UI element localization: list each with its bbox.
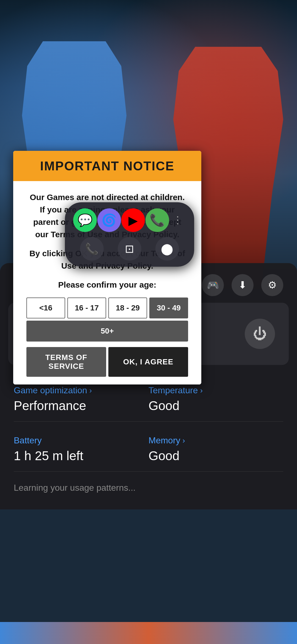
settings-icon[interactable]: ⚙ xyxy=(261,274,283,296)
age-btn-under16[interactable]: <16 xyxy=(26,298,65,318)
whatsapp-icon[interactable]: 💬 xyxy=(73,208,97,232)
download-icon[interactable]: ⬇ xyxy=(232,274,254,296)
memory-value: Good xyxy=(148,448,283,463)
notice-paragraph-3: Please confirm your age: xyxy=(26,279,188,291)
age-selection-row: <16 16 - 17 18 - 29 30 - 49 50+ xyxy=(26,298,188,342)
messenger-icon[interactable]: 🌀 xyxy=(97,208,121,232)
dock-top-row: 💬 🌀 ▶ 📞 ⋮ xyxy=(73,208,186,232)
screenshot-action-icon[interactable]: ⊡ xyxy=(118,237,141,261)
phone-app-icon[interactable]: 📞 xyxy=(145,208,169,232)
battery-label-row: Battery xyxy=(14,435,148,446)
more-apps-button[interactable]: ⋮ xyxy=(169,208,186,232)
learning-text: Learning your usage patterns... xyxy=(0,472,297,498)
battery-label: Battery xyxy=(14,435,42,446)
temperature-label: Temperature xyxy=(148,385,198,395)
game-optimization-label: Game optimization xyxy=(14,385,87,395)
app-dock: 💬 🌀 ▶ 📞 ⋮ 📞 ⊡ ⬤ xyxy=(65,202,194,267)
memory-chevron-icon: › xyxy=(183,436,185,445)
dock-bottom-row: 📞 ⊡ ⬤ xyxy=(73,237,186,261)
age-btn-18-29[interactable]: 18 - 29 xyxy=(108,298,147,318)
important-notice-modal: IMPORTANT NOTICE Our Games are not direc… xyxy=(13,151,201,384)
stats-grid-2: Battery 1 h 25 m left Memory › Good xyxy=(0,422,297,471)
youtube-icon[interactable]: ▶ xyxy=(121,208,145,232)
notice-title: IMPORTANT NOTICE xyxy=(24,159,190,173)
temperature-chevron-icon: › xyxy=(200,386,203,395)
temperature-link[interactable]: Temperature › xyxy=(148,385,283,395)
record-action-icon[interactable]: ⬤ xyxy=(155,237,179,261)
discord-icon[interactable]: 🎮 xyxy=(202,274,224,296)
game-optimization-chevron-icon: › xyxy=(89,386,92,395)
priority-mode-power-button[interactable]: ⏻ xyxy=(245,319,275,349)
booster-header-icons: 🎮 ⬇ ⚙ xyxy=(202,274,283,296)
temperature-value: Good xyxy=(148,398,283,413)
terms-of-service-button[interactable]: TERMS OF SERVICE xyxy=(26,347,106,377)
notice-header: IMPORTANT NOTICE xyxy=(13,151,201,181)
memory-label: Memory xyxy=(148,435,180,446)
age-btn-50plus[interactable]: 50+ xyxy=(26,321,188,342)
notice-action-buttons: TERMS OF SERVICE OK, I AGREE xyxy=(26,347,188,377)
age-btn-16-17[interactable]: 16 - 17 xyxy=(67,298,106,318)
battery-value: 1 h 25 m left xyxy=(14,448,148,463)
game-optimization-link[interactable]: Game optimization › xyxy=(14,385,148,395)
age-btn-30-49[interactable]: 30 - 49 xyxy=(149,298,188,318)
battery-stat: Battery 1 h 25 m left xyxy=(14,427,148,471)
bottom-bar xyxy=(0,622,297,644)
call-action-icon[interactable]: 📞 xyxy=(80,237,104,261)
game-optimization-value: Performance xyxy=(14,398,148,413)
memory-link[interactable]: Memory › xyxy=(148,435,283,446)
ok-agree-button[interactable]: OK, I AGREE xyxy=(108,347,188,377)
memory-stat: Memory › Good xyxy=(148,427,283,471)
